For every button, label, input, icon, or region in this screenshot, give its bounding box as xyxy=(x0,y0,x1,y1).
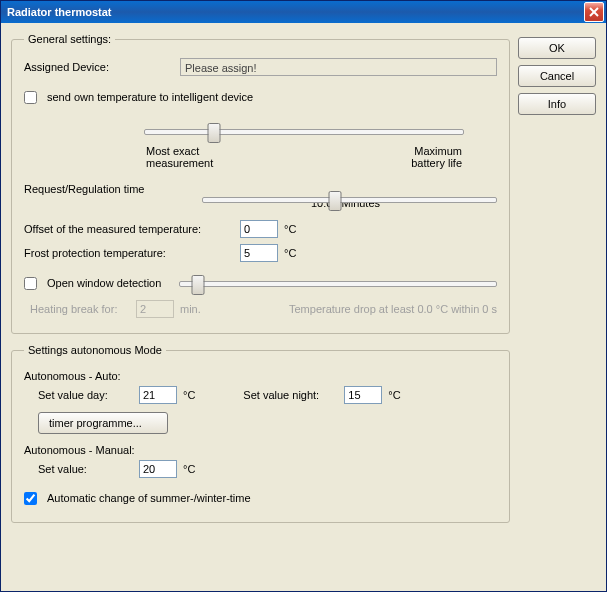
send-own-temp-checkbox[interactable] xyxy=(24,91,37,104)
set-day-unit: °C xyxy=(183,389,195,401)
cancel-button[interactable]: Cancel xyxy=(518,65,596,87)
open-window-label[interactable]: Open window detection xyxy=(47,277,161,289)
set-day-label: Set value day: xyxy=(38,389,133,401)
battery-precision-slider[interactable] xyxy=(144,121,464,141)
open-window-slider[interactable] xyxy=(179,273,497,293)
slider-thumb[interactable] xyxy=(328,191,341,211)
slider-right-label: Maximum battery life xyxy=(411,145,462,169)
auto-manual-title: Autonomous - Manual: xyxy=(24,444,497,456)
set-value-unit: °C xyxy=(183,463,195,475)
close-button[interactable] xyxy=(584,2,604,22)
close-icon xyxy=(589,7,599,17)
regulation-time-label: Request/Regulation time xyxy=(24,183,194,195)
timer-programme-button[interactable]: timer programme... xyxy=(38,412,168,434)
client-area: General settings: Assigned Device: Pleas… xyxy=(1,23,606,591)
offset-unit: °C xyxy=(284,223,296,235)
frost-unit: °C xyxy=(284,247,296,259)
summer-winter-label[interactable]: Automatic change of summer-/winter-time xyxy=(47,492,251,504)
auto-auto-title: Autonomous - Auto: xyxy=(24,370,497,382)
offset-label: Offset of the measured temperature: xyxy=(24,223,234,235)
slider-thumb[interactable] xyxy=(192,275,205,295)
autonomous-legend: Settings autonomous Mode xyxy=(24,344,166,356)
slider-left-label: Most exact measurement xyxy=(146,145,213,169)
general-legend: General settings: xyxy=(24,33,115,45)
open-window-checkbox[interactable] xyxy=(24,277,37,290)
heating-break-input xyxy=(136,300,174,318)
offset-input[interactable] xyxy=(240,220,278,238)
frost-label: Frost protection temperature: xyxy=(24,247,234,259)
window: Radiator thermostat General settings: As… xyxy=(0,0,607,592)
assigned-device-label: Assigned Device: xyxy=(24,61,174,73)
titlebar: Radiator thermostat xyxy=(1,1,606,23)
ok-button[interactable]: OK xyxy=(518,37,596,59)
send-own-temp-label[interactable]: send own temperature to intelligent devi… xyxy=(47,91,253,103)
set-night-unit: °C xyxy=(388,389,400,401)
info-button[interactable]: Info xyxy=(518,93,596,115)
autonomous-mode-group: Settings autonomous Mode Autonomous - Au… xyxy=(11,344,510,523)
set-night-label: Set value night: xyxy=(243,389,338,401)
set-night-input[interactable] xyxy=(344,386,382,404)
window-title: Radiator thermostat xyxy=(7,6,112,18)
set-value-label: Set value: xyxy=(38,463,133,475)
heating-break-unit: min. xyxy=(180,303,201,315)
set-day-input[interactable] xyxy=(139,386,177,404)
slider-thumb[interactable] xyxy=(208,123,221,143)
temp-drop-label: Temperature drop at least 0.0 °C within … xyxy=(289,303,497,315)
heating-break-label: Heating break for: xyxy=(30,303,130,315)
general-settings-group: General settings: Assigned Device: Pleas… xyxy=(11,33,510,334)
summer-winter-checkbox[interactable] xyxy=(24,492,37,505)
set-value-input[interactable] xyxy=(139,460,177,478)
assigned-device-field[interactable]: Please assign! xyxy=(180,58,497,76)
frost-input[interactable] xyxy=(240,244,278,262)
